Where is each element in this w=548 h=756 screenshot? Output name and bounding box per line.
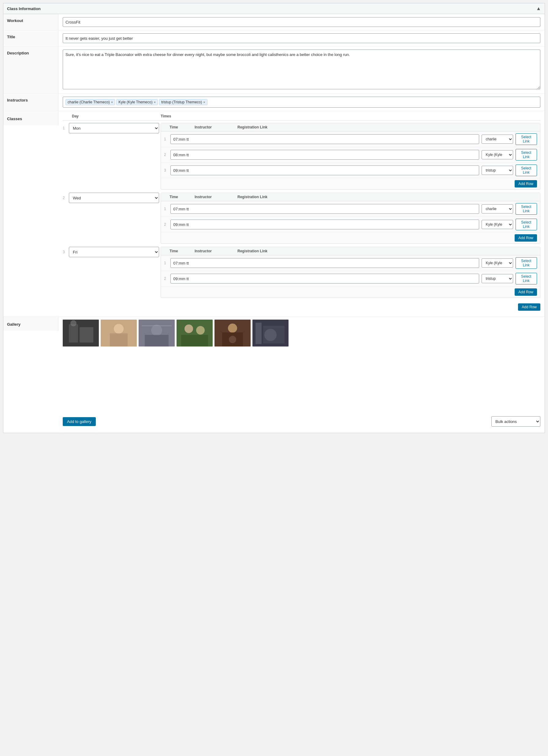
panel-collapse-toggle[interactable]: ▲ [536,6,541,11]
tag-kyle-label: Kyle (Kyle Themeco) [118,100,152,104]
svg-rect-14 [181,335,208,347]
times-header-3: Time Instructor Registration Link [161,247,540,255]
title-input[interactable] [63,33,540,43]
panel-body: Workout Title Description Sure, it's nic… [3,14,545,433]
instructors-content: charlie (Charlie Themeco) × Kyle (Kyle T… [58,94,545,111]
gallery-photo-3[interactable] [139,320,175,347]
th-reg-link-3: Registration Link [237,249,537,253]
bulk-actions-select[interactable]: Bulk actions Delete [491,416,540,427]
time-row-2-2: 2 charlie Kyle (Kyle tristup Select Link [161,217,540,232]
time-input-1-3[interactable] [170,165,479,175]
tag-kyle: Kyle (Kyle Themeco) × [116,99,158,105]
panel-title: Class Information [7,6,41,11]
add-row-outer-btn[interactable]: Add Row [518,303,540,311]
class-times-panel-1: Time Instructor Registration Link 1 char… [161,123,540,190]
day-select-3[interactable]: Mon Tue Wed Thu Fri Sat Sun [69,247,159,257]
svg-point-3 [70,320,76,326]
time-input-3-1[interactable] [170,258,479,268]
time-row-1-2: 2 charlie Kyle (Kyle tristup Select Link [161,147,540,163]
svg-rect-2 [80,327,93,343]
select-link-btn-3-1[interactable]: Select Link [516,257,537,269]
select-link-btn-1-3[interactable]: Select Link [516,165,537,176]
time-input-1-1[interactable] [170,134,479,144]
gallery-photo-5-img [214,320,250,347]
workout-content [58,14,545,30]
description-row: Description Sure, it's nice to eat a Tri… [3,46,545,94]
gallery-photo-6[interactable] [252,320,289,347]
time-row-num-1-2: 2 [164,153,168,157]
time-row-3-2: 2 charlie Kyle (Kyle tristup Select Link [161,271,540,287]
svg-point-16 [228,324,237,333]
gallery-photo-4-img [176,320,213,347]
th-time-1: Time [164,125,194,129]
add-row-btn-3[interactable]: Add Row [515,288,537,296]
gallery-footer: Add to gallery Bulk actions Delete [63,413,540,430]
description-content: Sure, it's nice to eat a Triple Baconato… [58,46,545,93]
instructor-select-1-2[interactable]: charlie Kyle (Kyle tristup [482,150,513,159]
instructor-select-2-2[interactable]: charlie Kyle (Kyle tristup [482,220,513,229]
select-link-btn-3-2[interactable]: Select Link [516,273,537,284]
time-row-num-1-1: 1 [164,137,168,141]
tag-tristup-remove[interactable]: × [203,101,205,104]
class-day-selector-1: Mon Tue Wed Thu Fri Sat Sun [69,123,159,190]
day-select-2[interactable]: Mon Tue Wed Thu Fri Sat Sun [69,193,159,203]
add-row-outer: Add Row [63,301,540,313]
class-row-number-1: 1 [63,123,69,190]
time-input-3-2[interactable] [170,274,479,283]
th-instructor-2: Instructor [194,195,237,199]
time-input-2-1[interactable] [170,204,479,214]
instructor-select-1-3[interactable]: charlie Kyle (Kyle tristup [482,166,513,175]
th-reg-link-1: Registration Link [237,125,537,129]
add-row-container-2: Add Row [161,232,540,243]
tag-tristup: tristup (Tristup Themeco) × [159,99,207,105]
classes-row: Classes Day Times 1 Mon Tue Wed Thu [3,111,545,317]
gallery-spacer [63,350,540,411]
class-row-2: 2 Mon Tue Wed Thu Fri Sat Sun [63,193,540,244]
gallery-photo-5[interactable] [214,320,250,347]
add-row-btn-2[interactable]: Add Row [515,234,537,242]
time-input-2-2[interactable] [170,220,479,229]
tag-charlie-remove[interactable]: × [111,101,113,104]
tag-tristup-label: tristup (Tristup Themeco) [161,100,202,104]
select-link-btn-2-2[interactable]: Select Link [516,219,537,230]
class-times-panel-3: Time Instructor Registration Link 1 char… [161,247,540,298]
instructors-field[interactable]: charlie (Charlie Themeco) × Kyle (Kyle T… [63,97,540,108]
instructors-row: Instructors charlie (Charlie Themeco) × … [3,94,545,111]
time-input-1-2[interactable] [170,150,479,160]
select-link-btn-1-2[interactable]: Select Link [516,149,537,161]
workout-row: Workout [3,14,545,30]
class-information-panel: Class Information ▲ Workout Title Descri… [3,3,545,433]
gallery-photo-1[interactable] [63,320,99,347]
times-col-header: Times [161,114,540,118]
gallery-row: Gallery [3,317,545,433]
workout-label: Workout [3,14,58,30]
tag-charlie-label: charlie (Charlie Themeco) [68,100,110,104]
class-row-number-2: 2 [63,193,69,244]
select-link-btn-2-1[interactable]: Select Link [516,203,537,215]
time-row-2-1: 1 charlie Kyle (Kyle tristup Select Link [161,201,540,217]
time-row-3-1: 1 charlie Kyle (Kyle tristup Select Link [161,255,540,271]
svg-rect-9 [145,335,168,347]
gallery-photo-4[interactable] [176,320,213,347]
instructor-select-3-2[interactable]: charlie Kyle (Kyle tristup [482,274,513,283]
day-select-1[interactable]: Mon Tue Wed Thu Fri Sat Sun [69,123,159,133]
instructor-select-3-1[interactable]: charlie Kyle (Kyle tristup [482,258,513,268]
add-to-gallery-button[interactable]: Add to gallery [63,417,96,426]
svg-point-8 [151,325,162,336]
th-time-2: Time [164,195,194,199]
title-content [58,30,545,46]
th-instructor-3: Instructor [194,249,237,253]
th-instructor-1: Instructor [194,125,237,129]
gallery-photo-2[interactable] [101,320,137,347]
instructor-select-1-1[interactable]: charlie Kyle (Kyle tristup [482,135,513,144]
add-row-btn-1[interactable]: Add Row [515,180,537,187]
class-day-selector-2: Mon Tue Wed Thu Fri Sat Sun [69,193,159,244]
times-header-2: Time Instructor Registration Link [161,193,540,201]
tag-kyle-remove[interactable]: × [154,101,155,104]
select-link-btn-1-1[interactable]: Select Link [516,133,537,145]
workout-input[interactable] [63,17,540,27]
time-row-num-3-2: 2 [164,276,168,281]
description-textarea[interactable]: Sure, it's nice to eat a Triple Baconato… [63,50,540,89]
instructor-select-2-1[interactable]: charlie Kyle (Kyle tristup [482,204,513,213]
classes-content: Day Times 1 Mon Tue Wed Thu Fri Sat [58,111,545,316]
